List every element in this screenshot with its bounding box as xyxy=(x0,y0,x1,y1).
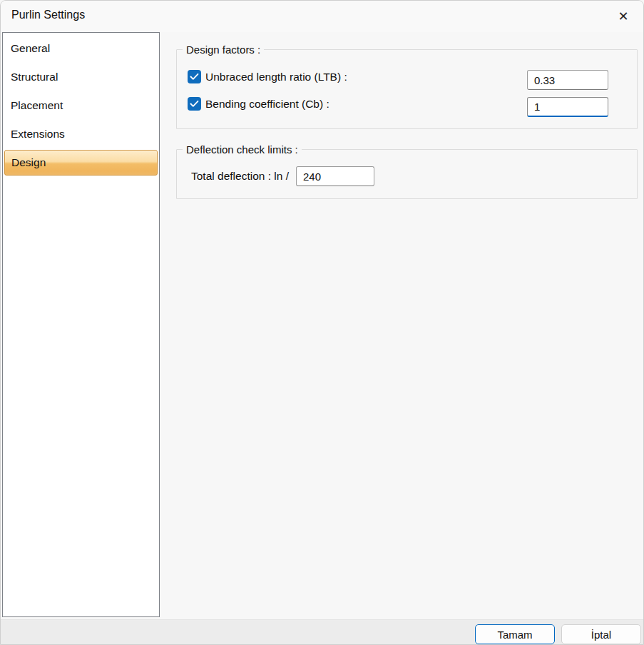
bending-coefficient-checkbox[interactable] xyxy=(188,97,201,111)
sidebar-item-label: Extensions xyxy=(11,128,65,141)
sidebar-item-general[interactable]: General xyxy=(3,34,159,63)
total-deflection-label: Total deflection : ln / xyxy=(191,170,289,183)
group-legend: Deflection check limits : xyxy=(183,143,302,156)
unbraced-length-input[interactable] xyxy=(527,70,608,90)
close-icon[interactable]: ✕ xyxy=(613,6,634,26)
unbraced-length-checkbox[interactable] xyxy=(188,70,201,83)
checkmark-icon xyxy=(190,100,199,108)
window-title: Purlin Settings xyxy=(11,9,85,21)
nav-list: General Structural Placement Extensions … xyxy=(3,34,159,177)
bending-coefficient-row: Bending coefficient (Cb) : xyxy=(188,97,329,111)
sidebar-item-structural[interactable]: Structural xyxy=(3,63,159,91)
dialog-footer: Tamam İptal xyxy=(1,619,643,645)
sidebar-item-extensions[interactable]: Extensions xyxy=(3,120,159,148)
checkmark-icon xyxy=(190,73,199,81)
total-deflection-input[interactable] xyxy=(296,166,374,186)
purlin-settings-dialog: { "window": { "title": "Purlin Settings"… xyxy=(0,0,644,645)
title-bar: Purlin Settings ✕ xyxy=(1,1,643,32)
ok-button[interactable]: Tamam xyxy=(475,624,555,644)
total-deflection-row: Total deflection : ln / xyxy=(191,166,374,186)
group-legend: Design factors : xyxy=(183,43,264,56)
cancel-button[interactable]: İptal xyxy=(561,624,641,644)
settings-content-panel: Design factors : Unbraced length ratio (… xyxy=(161,32,644,619)
bending-coefficient-label: Bending coefficient (Cb) : xyxy=(205,98,329,111)
sidebar-item-placement[interactable]: Placement xyxy=(3,91,159,120)
sidebar-item-label: Structural xyxy=(11,71,58,83)
settings-nav-sidebar: General Structural Placement Extensions … xyxy=(2,32,160,617)
sidebar-item-label: Placement xyxy=(11,99,63,112)
sidebar-item-label: General xyxy=(11,42,50,55)
sidebar-item-label: Design xyxy=(11,156,46,169)
unbraced-length-label: Unbraced length ratio (LTB) : xyxy=(205,71,347,83)
sidebar-item-design[interactable]: Design xyxy=(4,150,158,176)
design-factors-group: Design factors : Unbraced length ratio (… xyxy=(176,49,638,129)
bending-coefficient-input[interactable] xyxy=(527,97,608,117)
unbraced-length-row: Unbraced length ratio (LTB) : xyxy=(188,70,347,83)
deflection-limits-group: Deflection check limits : Total deflecti… xyxy=(176,149,638,199)
